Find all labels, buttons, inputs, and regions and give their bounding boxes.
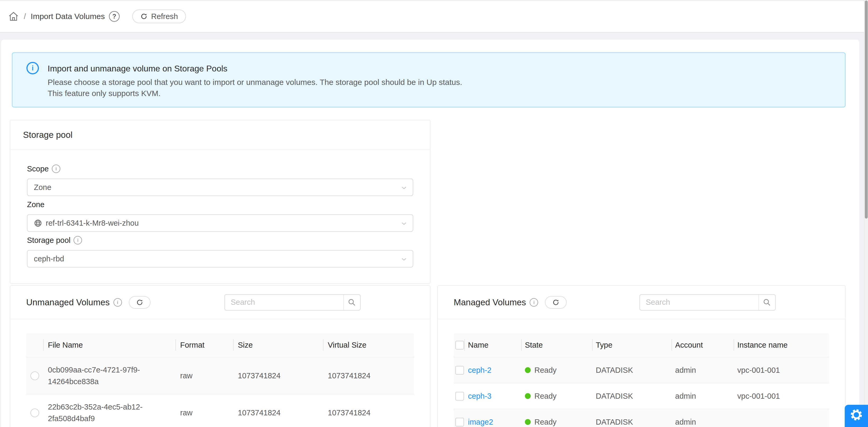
- table-row: ceph-3 Ready DATADISK admin vpc-001-001: [454, 383, 829, 409]
- radio-header-cell: [26, 333, 43, 357]
- account-cell: admin: [672, 409, 734, 427]
- state-label: Ready: [534, 366, 557, 375]
- column-header-name[interactable]: Name: [464, 333, 521, 357]
- banner-description-line1: Please choose a storage pool that you wa…: [48, 77, 462, 88]
- instance-name-cell: [734, 409, 829, 427]
- managed-volumes-title: Managed Volumes: [454, 297, 526, 307]
- column-header-state[interactable]: State: [521, 333, 592, 357]
- format-cell: raw: [176, 394, 233, 427]
- column-header-format[interactable]: Format: [176, 333, 233, 357]
- info-circle-icon[interactable]: i: [114, 298, 122, 307]
- account-cell: admin: [672, 358, 734, 383]
- format-cell: raw: [176, 358, 233, 394]
- info-circle-icon[interactable]: i: [530, 298, 538, 307]
- table-row: 22b63c2b-352a-4ec5-ab12- 2fa508d4baf9 ra…: [26, 394, 414, 427]
- banner-description-line2: This feature only supports KVM.: [48, 88, 161, 99]
- ready-status-dot: [525, 367, 531, 373]
- state-label: Ready: [534, 418, 557, 426]
- refresh-button[interactable]: Refresh: [132, 9, 186, 23]
- reload-icon: [140, 13, 148, 20]
- scope-label: Scope i: [27, 165, 413, 173]
- search-icon: [348, 298, 356, 307]
- column-header-virtual-size[interactable]: Virtual Size: [323, 333, 414, 357]
- account-cell: admin: [672, 383, 734, 409]
- managed-search: [640, 294, 776, 311]
- scope-label-text: Scope: [27, 164, 49, 173]
- content-panel: i Import and unmanage volume on Storage …: [1, 40, 859, 427]
- table-row: 0cb099aa-cc7e-4721-97f9- 14264bce838a ra…: [26, 358, 414, 394]
- unmanaged-refresh-button[interactable]: [129, 296, 151, 309]
- settings-drawer-button[interactable]: [845, 405, 868, 427]
- reload-icon: [136, 299, 144, 306]
- zone-select[interactable]: ref-trl-6341-k-Mr8-wei-zhou: [27, 214, 413, 232]
- scrollbar-thumb[interactable]: [865, 1, 868, 218]
- column-header-type[interactable]: Type: [592, 333, 672, 357]
- unmanaged-volumes-card: Unmanaged Volumes i: [10, 285, 430, 427]
- row-checkbox[interactable]: [455, 366, 464, 375]
- reload-icon: [552, 299, 560, 306]
- unmanaged-search: [224, 294, 361, 311]
- zone-label-text: Zone: [27, 200, 44, 209]
- volume-name-link[interactable]: ceph-2: [468, 366, 492, 375]
- volume-name-link[interactable]: image2: [468, 418, 493, 426]
- breadcrumb-separator: /: [24, 12, 26, 21]
- info-circle-icon[interactable]: i: [73, 236, 82, 244]
- column-header-file-name[interactable]: File Name: [43, 333, 176, 357]
- chevron-down-icon: [401, 184, 407, 191]
- select-all-checkbox[interactable]: [455, 341, 464, 349]
- search-input[interactable]: [640, 294, 759, 311]
- storage-pool-card: Storage pool Scope i Zone Zone: [10, 120, 430, 284]
- size-cell: 1073741824: [233, 394, 323, 427]
- pool-label: Storage pool i: [27, 236, 413, 244]
- banner-title: Import and unmanage volume on Storage Po…: [48, 63, 227, 74]
- row-checkbox[interactable]: [455, 418, 464, 426]
- ready-status-dot: [525, 419, 531, 425]
- chevron-down-icon: [401, 256, 407, 263]
- instance-name-cell: vpc-001-001: [734, 358, 829, 383]
- vertical-scrollbar: [864, 0, 868, 427]
- storage-pool-card-title: Storage pool: [10, 120, 430, 150]
- info-banner: i Import and unmanage volume on Storage …: [12, 52, 845, 108]
- row-radio[interactable]: [30, 408, 39, 417]
- size-cell: 1073741824: [233, 358, 323, 394]
- managed-refresh-button[interactable]: [545, 296, 567, 309]
- row-checkbox[interactable]: [455, 392, 464, 400]
- refresh-button-label: Refresh: [151, 12, 178, 21]
- state-cell: Ready: [521, 358, 592, 383]
- search-input[interactable]: [224, 294, 344, 311]
- file-name-cell: 22b63c2b-352a-4ec5-ab12- 2fa508d4baf9: [43, 394, 176, 427]
- instance-name-cell: vpc-001-001: [734, 383, 829, 409]
- managed-table-header: Name State Type Account Instance name: [454, 333, 829, 358]
- search-icon: [763, 298, 771, 307]
- pool-select[interactable]: ceph-rbd: [27, 250, 413, 268]
- row-radio[interactable]: [30, 371, 39, 380]
- search-button[interactable]: [759, 294, 776, 311]
- question-circle-icon[interactable]: ?: [109, 11, 120, 22]
- pool-label-text: Storage pool: [27, 236, 70, 245]
- unmanaged-volumes-title: Unmanaged Volumes: [26, 297, 110, 307]
- info-circle-icon[interactable]: i: [52, 164, 60, 173]
- scope-select-value: Zone: [34, 183, 51, 192]
- column-header-size[interactable]: Size: [233, 333, 323, 357]
- file-name-line1: 0cb099aa-cc7e-4721-97f9-: [48, 364, 140, 376]
- table-row: ceph-2 Ready DATADISK admin vpc-001-001: [454, 358, 829, 383]
- file-name-line1: 22b63c2b-352a-4ec5-ab12-: [48, 401, 143, 413]
- info-circle-icon: i: [27, 62, 39, 74]
- file-name-line2: 14264bce838a: [48, 376, 99, 387]
- globe-icon: [34, 219, 42, 227]
- column-header-account[interactable]: Account: [672, 333, 734, 357]
- virtual-size-cell: 1073741824: [323, 358, 414, 394]
- search-button[interactable]: [344, 294, 361, 311]
- breadcrumb-bar: / Import Data Volumes ? Refresh: [0, 0, 864, 33]
- home-icon[interactable]: [8, 11, 19, 22]
- ready-status-dot: [525, 393, 531, 399]
- scope-select[interactable]: Zone: [27, 179, 413, 196]
- state-cell: Ready: [521, 409, 592, 427]
- state-label: Ready: [534, 392, 557, 400]
- file-name-line2: 2fa508d4baf9: [48, 413, 95, 424]
- volume-name-link[interactable]: ceph-3: [468, 392, 492, 400]
- type-cell: DATADISK: [592, 409, 672, 427]
- column-header-instance-name[interactable]: Instance name: [734, 333, 829, 357]
- zone-label: Zone: [27, 201, 413, 209]
- zone-select-value: ref-trl-6341-k-Mr8-wei-zhou: [46, 219, 138, 227]
